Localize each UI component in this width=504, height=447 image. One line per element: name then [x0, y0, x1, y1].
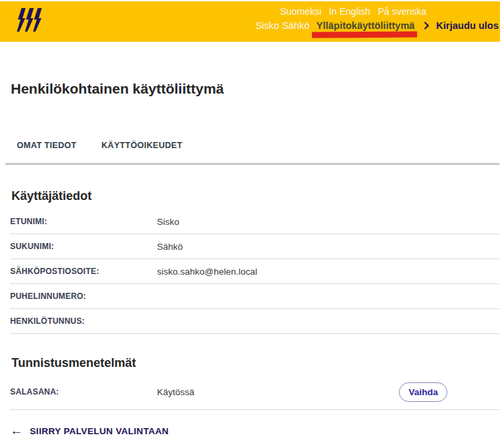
table-row-lastname: SUKUNIMI: Sähkö	[10, 234, 499, 259]
logo-link[interactable]	[16, 8, 43, 32]
back-to-service-selection-link[interactable]: ← SIIRRY PALVELUN VALINTAAN	[10, 425, 499, 436]
auth-methods-heading: Tunnistusmenetelmät	[11, 356, 499, 370]
lang-link-english[interactable]: In English	[329, 6, 370, 17]
row-label: HENKILÖTUNNUS:	[10, 316, 157, 326]
row-label: ETUNIMI:	[10, 217, 157, 226]
user-name-link[interactable]: Sisko Sähkö	[255, 20, 310, 31]
table-row-phone: PUHELINNUMERO:	[10, 284, 499, 309]
nav-item-admin-ui[interactable]: Ylläpitokäyttöliittymä	[317, 20, 415, 31]
row-label: SALASANA:	[10, 387, 157, 397]
user-details-table: ETUNIMI: Sisko SUKUNIMI: Sähkö SÄHKÖPOST…	[10, 209, 499, 334]
back-arrow-icon: ←	[10, 425, 23, 436]
page-title: Henkilökohtainen käyttöliittymä	[11, 81, 499, 97]
red-underline-annotation	[311, 31, 416, 38]
top-navigation: Suomeksi In English På svenska Sisko Säh…	[255, 6, 499, 31]
tab-own-info[interactable]: OMAT TIEDOT	[17, 141, 76, 151]
lang-link-finnish[interactable]: Suomeksi	[280, 6, 321, 17]
row-value: sisko.sahko@helen.local	[157, 267, 257, 277]
user-details-heading: Käyttäjätiedot	[11, 189, 499, 203]
row-value: Sisko	[157, 217, 179, 227]
helen-lightning-logo-icon	[16, 8, 43, 32]
main-content: Henkilökohtainen käyttöliittymä OMAT TIE…	[0, 42, 504, 436]
language-switcher: Suomeksi In English På svenska	[280, 6, 427, 17]
user-nav-row: Sisko Sähkö Ylläpitokäyttöliittymä Kirja…	[255, 20, 499, 31]
row-label: SÄHKÖPOSTIOSOITE:	[10, 267, 157, 276]
logout-link[interactable]: Kirjaudu ulos	[436, 20, 499, 31]
row-value: Sähkö	[157, 242, 183, 252]
table-row-password: SALASANA: Käytössä Vaihda	[10, 374, 499, 410]
row-value: Käytössä	[157, 387, 399, 397]
back-link-label: SIIRRY PALVELUN VALINTAAN	[30, 426, 168, 436]
nav-item-admin-ui-label: Ylläpitokäyttöliittymä	[317, 20, 415, 31]
row-label: PUHELINNUMERO:	[10, 291, 157, 301]
lang-link-swedish[interactable]: På svenska	[378, 6, 427, 17]
chevron-right-icon	[422, 22, 429, 29]
tab-bar: OMAT TIEDOT KÄYTTÖOIKEUDET	[17, 141, 499, 151]
tab-permissions[interactable]: KÄYTTÖOIKEUDET	[101, 141, 182, 151]
change-password-button[interactable]: Vaihda	[399, 382, 447, 402]
row-label: SUKUNIMI:	[10, 242, 157, 251]
app-header: Suomeksi In English På svenska Sisko Säh…	[0, 1, 500, 42]
table-row-email: SÄHKÖPOSTIOSOITE: sisko.sahko@helen.loca…	[10, 259, 499, 284]
tab-divider	[5, 163, 499, 165]
table-row-firstname: ETUNIMI: Sisko	[10, 209, 499, 234]
table-row-personal-id: HENKILÖTUNNUS:	[10, 309, 499, 334]
